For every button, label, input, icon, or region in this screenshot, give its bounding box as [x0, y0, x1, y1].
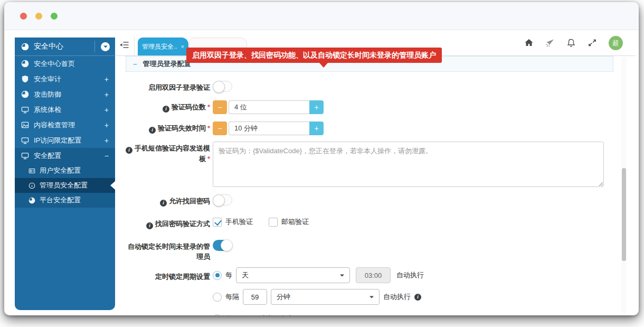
collapse-menu-icon[interactable]	[119, 41, 130, 49]
info-icon	[126, 147, 132, 154]
chevron-down-icon	[101, 42, 110, 51]
daily-radio[interactable]	[213, 271, 222, 280]
id-card-icon	[29, 167, 35, 174]
code-expire-value[interactable]: 10 分钟	[229, 122, 309, 135]
sidebar-item-ip-access[interactable]: IP访问限定配置 +	[15, 133, 115, 148]
expand-plus-icon: +	[105, 121, 109, 129]
code-digits-stepper: − 4 位 +	[213, 100, 324, 114]
field-label: 启用双因子登录验证	[126, 81, 210, 92]
expand-plus-icon: +	[105, 90, 109, 99]
bell-icon[interactable]	[566, 38, 576, 48]
settings-form: 启用双因子登录验证 验证码位数* − 4 位	[115, 72, 636, 315]
security-center-icon	[21, 43, 29, 51]
sidebar-collapse-control[interactable]	[94, 41, 110, 52]
interval-value-input[interactable]: 59	[243, 289, 267, 305]
monitor-icon	[21, 136, 29, 144]
collapse-minus-icon: −	[105, 152, 109, 160]
window-titlebar	[4, 2, 639, 30]
tabbar-divider	[134, 36, 135, 55]
form-row-code-expire: 验证码失效时间* − 10 分钟 +	[115, 122, 636, 135]
code-digits-value[interactable]: 4 位	[229, 100, 309, 114]
field-label: 定时锁定周期设置	[126, 267, 210, 282]
time-input[interactable]: 03:00	[356, 267, 391, 283]
settings-page: − 管理员登录配置 启用双因子登录验证 验证码位数*	[115, 56, 636, 315]
avatar[interactable]: 超	[609, 36, 623, 50]
section-title: 管理员登录配置	[143, 59, 191, 69]
shield-icon	[21, 75, 29, 83]
sidebar-header[interactable]: 安全中心	[15, 38, 115, 56]
scrollbar-thumb[interactable]	[622, 168, 626, 261]
tooltip: 启用双因子登录、找回密码功能、以及自动锁定长时间未登录的管理员账户	[186, 48, 442, 63]
form-row-retrieve-method: 找回密码验证方式 手机验证 邮箱验证	[115, 217, 636, 229]
field-label: 手机短信验证内容发送模板*	[126, 142, 210, 164]
sidebar-item-attack-defense[interactable]: 攻击防御 +	[15, 87, 115, 102]
sidebar-subitem-user-security[interactable]: 用户安全配置	[15, 163, 115, 178]
schedule-option-interval: 每隔 59 分钟 自动执行	[213, 289, 424, 305]
sidebar-subitem-admin-security[interactable]: 管理员安全配置	[15, 178, 115, 193]
monitor-icon	[21, 106, 29, 114]
cron-radio[interactable]	[213, 314, 222, 316]
field-label: 验证码位数*	[126, 100, 210, 113]
phone-verify-checkbox[interactable]	[213, 218, 222, 227]
zoom-window-button[interactable]	[51, 13, 58, 20]
sidebar-item-security-config[interactable]: 安全配置 −	[15, 148, 115, 163]
allow-retrieve-toggle[interactable]	[213, 194, 232, 205]
sidebar-subitem-platform-security[interactable]: 平台安全配置	[15, 193, 115, 208]
info-icon	[149, 127, 156, 134]
sidebar-item-audit[interactable]: 安全审计 +	[15, 71, 115, 87]
email-verify-checkbox[interactable]	[269, 218, 278, 227]
increment-button[interactable]: +	[309, 122, 324, 135]
quick-launch-icon[interactable]	[545, 38, 555, 48]
sidebar-item-system-check[interactable]: 系统体检 +	[15, 102, 115, 117]
interval-radio[interactable]	[213, 293, 222, 302]
increment-button[interactable]: +	[309, 100, 324, 114]
form-row-auto-lock: 自动锁定长时间未登录的管理员	[115, 240, 636, 261]
code-expire-stepper: − 10 分钟 +	[213, 122, 324, 135]
expand-plus-icon: +	[105, 136, 109, 145]
schedule-option-cron: 使用cron语法详细定义	[213, 311, 424, 315]
schedule-option-daily: 每 天 03:00 自动执行	[213, 267, 424, 283]
info-icon	[146, 222, 153, 229]
form-row-allow-retrieve: 允许找回密码	[115, 194, 636, 207]
home-icon[interactable]	[524, 38, 534, 48]
info-icon	[414, 294, 421, 301]
period-unit-select[interactable]: 天	[236, 267, 350, 283]
main-content: 管理员安全.. × 超 启用双因子登录、找回密码功能、以及自动锁定长时间未登录的…	[115, 30, 636, 315]
info-circle-icon	[29, 182, 35, 189]
topbar-icons: 超	[524, 30, 636, 55]
two-factor-toggle[interactable]	[213, 81, 232, 92]
minimize-window-button[interactable]	[35, 13, 42, 20]
expand-plus-icon: +	[105, 75, 109, 83]
required-asterisk: *	[207, 124, 210, 132]
decrement-button[interactable]: −	[213, 100, 227, 114]
field-label: 允许找回密码	[126, 194, 210, 207]
monitor-icon	[21, 152, 29, 160]
sms-template-textarea[interactable]: 验证码为：{$ValidateCode}，您正在登录，若非本人操作，请勿泄露。	[213, 142, 604, 187]
close-tab-icon[interactable]: ×	[181, 43, 184, 50]
pie-circle-icon	[21, 90, 29, 98]
auto-lock-toggle[interactable]	[213, 240, 232, 251]
tab-admin-security[interactable]: 管理员安全.. ×	[138, 38, 188, 55]
app-window: 安全中心 安全中心首页 安全审计 + 攻击防御 + 系统体检	[4, 2, 639, 315]
required-asterisk: *	[207, 155, 210, 163]
expand-plus-icon: +	[105, 106, 109, 114]
sidebar-item-content-check[interactable]: 内容检查管理 +	[15, 117, 115, 133]
chevron-down-icon	[370, 296, 374, 301]
collapse-section-icon[interactable]: −	[133, 60, 137, 68]
form-row-sms-template: 手机短信验证内容发送模板* 验证码为：{$ValidateCode}，您正在登录…	[115, 142, 636, 187]
pie-circle-icon	[21, 60, 29, 68]
app-body: 安全中心 安全中心首页 安全审计 + 攻击防御 + 系统体检	[4, 30, 639, 315]
fullscreen-icon[interactable]	[588, 38, 597, 48]
info-icon	[160, 200, 167, 207]
pie-circle-icon	[29, 197, 35, 204]
info-icon	[163, 106, 169, 113]
close-window-button[interactable]	[20, 13, 27, 20]
field-label: 自动锁定长时间未登录的管理员	[126, 240, 210, 261]
form-row-two-factor: 启用双因子登录验证	[115, 81, 636, 92]
field-label: 找回密码验证方式	[126, 217, 210, 229]
required-asterisk: *	[207, 103, 210, 111]
image-icon	[21, 121, 29, 129]
interval-unit-select[interactable]: 分钟	[271, 289, 380, 305]
sidebar-item-home[interactable]: 安全中心首页	[15, 56, 115, 71]
decrement-button[interactable]: −	[213, 122, 227, 135]
